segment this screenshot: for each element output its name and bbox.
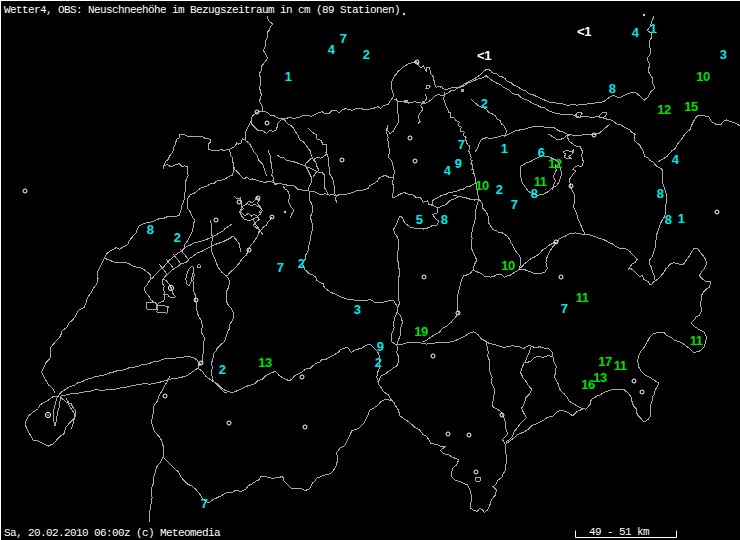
svg-text:7: 7	[277, 260, 284, 275]
svg-text:1: 1	[678, 211, 685, 226]
svg-text:19: 19	[414, 324, 428, 339]
svg-text:2: 2	[219, 362, 226, 377]
svg-text:1: 1	[650, 21, 657, 36]
svg-text:8: 8	[441, 212, 448, 227]
svg-text:1: 1	[501, 141, 508, 156]
svg-text:11: 11	[534, 174, 547, 189]
svg-text:8: 8	[657, 186, 664, 201]
svg-text:7: 7	[511, 197, 518, 212]
svg-text:12: 12	[657, 102, 671, 117]
svg-text:15: 15	[684, 99, 698, 114]
svg-text:2: 2	[496, 182, 503, 197]
svg-text:11: 11	[576, 290, 589, 305]
svg-text:13: 13	[593, 370, 607, 385]
svg-text:5: 5	[416, 212, 423, 227]
svg-text:12: 12	[548, 156, 562, 171]
svg-text:9: 9	[377, 339, 384, 354]
svg-text:1: 1	[285, 69, 292, 84]
svg-text:Sa, 20.02.2010 06:00z (c) Mete: Sa, 20.02.2010 06:00z (c) Meteomedia	[4, 527, 221, 539]
svg-text:2: 2	[363, 47, 370, 62]
svg-text:11: 11	[614, 358, 627, 373]
svg-text:10: 10	[501, 258, 515, 273]
svg-text:13: 13	[258, 355, 272, 370]
svg-text:7: 7	[340, 31, 347, 46]
svg-text:10: 10	[475, 178, 489, 193]
svg-text:2: 2	[375, 355, 382, 370]
svg-text:3: 3	[720, 47, 727, 62]
svg-text:2: 2	[481, 96, 488, 111]
svg-text:7: 7	[561, 301, 568, 316]
svg-text:17: 17	[598, 354, 612, 369]
svg-text:3: 3	[354, 302, 361, 317]
svg-text:2: 2	[174, 230, 181, 245]
svg-text:8: 8	[147, 222, 154, 237]
svg-text:49 - 51 km: 49 - 51 km	[589, 526, 650, 538]
svg-text:11: 11	[690, 333, 703, 348]
svg-text:7: 7	[201, 496, 208, 511]
svg-text:<1: <1	[477, 48, 491, 63]
svg-text:9: 9	[455, 156, 462, 171]
svg-text:<1: <1	[577, 24, 591, 39]
svg-text:10: 10	[696, 69, 710, 84]
svg-text:8: 8	[609, 81, 616, 96]
svg-text:8: 8	[665, 212, 672, 227]
svg-text:16: 16	[581, 377, 595, 392]
svg-text:7: 7	[458, 137, 465, 152]
svg-text:Wetter4, OBS: Neuschneehöhe im: Wetter4, OBS: Neuschneehöhe im Bezugszei…	[4, 4, 400, 16]
svg-text:6: 6	[538, 145, 545, 160]
svg-text:2: 2	[298, 256, 305, 271]
